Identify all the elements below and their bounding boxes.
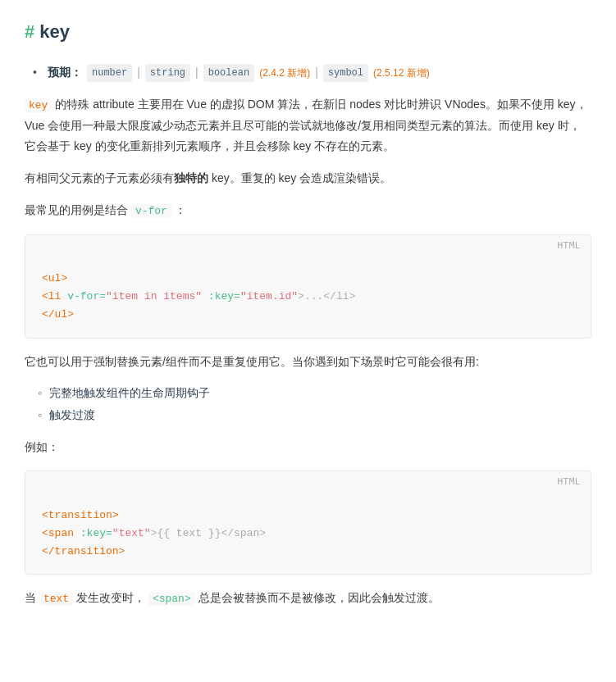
tag-ul-close: </ul> bbox=[42, 308, 74, 321]
code-line-3: </ul> bbox=[42, 306, 574, 324]
attr-vfor-val: "item in items" bbox=[106, 290, 202, 302]
example-label-text: 例如： bbox=[25, 440, 59, 453]
tag-transition-open: <transition> bbox=[42, 509, 119, 521]
type-badge-symbol: symbol bbox=[323, 64, 368, 82]
list-item-2-text: 触发过渡 bbox=[49, 408, 95, 421]
attr-key: :key= bbox=[202, 290, 240, 302]
description-2: 有相同父元素的子元素必须有独特的 key。重复的 key 会造成渲染错误。 bbox=[25, 168, 591, 189]
code-block-2-wrapper: HTML <transition> <span :key="text">{{ t… bbox=[25, 471, 591, 575]
bottom-description: 当 text 发生改变时， <span> 总是会被替换而不是被修改，因此会触发过… bbox=[25, 588, 591, 608]
description-4: 它也可以用于强制替换元素/组件而不是重复使用它。当你遇到如下场景时它可能会很有用… bbox=[25, 352, 591, 372]
attr-key-val: "item.id" bbox=[240, 290, 298, 302]
code-block-2-header: HTML bbox=[25, 471, 591, 493]
expects-item: 预期： number | string | boolean (2.4.2 新增)… bbox=[33, 63, 591, 83]
type-badge-number: number bbox=[87, 64, 132, 82]
separator-3: | bbox=[315, 63, 318, 83]
expects-section: 预期： number | string | boolean (2.4.2 新增)… bbox=[25, 63, 591, 608]
bold-unique: 独特的 bbox=[174, 171, 208, 184]
separator-2: | bbox=[195, 63, 198, 83]
description-1: key 的特殊 attribute 主要用在 Vue 的虚拟 DOM 算法，在新… bbox=[25, 94, 591, 157]
attr-vfor: v-for= bbox=[67, 290, 106, 302]
description-3: 最常见的用例是结合 v-for ： bbox=[25, 200, 591, 221]
bottom-span-code: <span> bbox=[148, 592, 195, 606]
desc3-text: 最常见的用例是结合 bbox=[25, 203, 128, 216]
li-content: >...</li> bbox=[298, 290, 355, 302]
attr-key2: :key= bbox=[80, 527, 112, 539]
new-badge-symbol: (2.5.12 新增) bbox=[373, 65, 430, 81]
page-title: # key bbox=[25, 16, 591, 47]
bottom-text-code: text bbox=[39, 592, 73, 606]
expects-list: 预期： number | string | boolean (2.4.2 新增)… bbox=[25, 63, 591, 83]
hash-symbol: # bbox=[25, 16, 34, 47]
code-block-1-wrapper: HTML <ul> <li v-for="item in items" :key… bbox=[25, 234, 591, 339]
tag-transition-close: </transition> bbox=[42, 545, 125, 557]
list-item-1-text: 完整地触发组件的生命周期钩子 bbox=[49, 386, 210, 399]
tag-span-open: <span bbox=[42, 527, 80, 539]
bullet-list: 完整地触发组件的生命周期钩子 触发过渡 bbox=[25, 384, 591, 426]
tag-li-open: <li bbox=[42, 290, 67, 302]
code-line-2: <li v-for="item in items" :key="item.id"… bbox=[42, 288, 574, 306]
code-block-1: <ul> <li v-for="item in items" :key="ite… bbox=[25, 257, 591, 337]
vfor-code: v-for bbox=[131, 204, 171, 218]
type-badge-boolean: boolean bbox=[203, 64, 254, 82]
expects-label: 预期： bbox=[48, 63, 82, 83]
desc4-text: 它也可以用于强制替换元素/组件而不是重复使用它。当你遇到如下场景时它可能会很有用… bbox=[25, 355, 479, 368]
description-1-text: 的特殊 attribute 主要用在 Vue 的虚拟 DOM 算法，在新旧 no… bbox=[25, 98, 587, 152]
code-lang-2: HTML bbox=[558, 475, 582, 490]
code-block-2: <transition> <span :key="text">{{ text }… bbox=[25, 493, 591, 574]
code2-line-2: <span :key="text">{{ text }}</span> bbox=[42, 525, 574, 543]
code2-line-3: </transition> bbox=[42, 543, 574, 561]
tag-ul-open: <ul> bbox=[42, 272, 67, 284]
key-inline-code-1: key bbox=[25, 98, 52, 112]
code-lang-1: HTML bbox=[558, 239, 582, 254]
bottom-suffix: 总是会被替换而不是被修改，因此会触发过渡。 bbox=[198, 591, 440, 604]
bottom-middle: 发生改变时， bbox=[76, 591, 145, 604]
code2-line-1: <transition> bbox=[42, 507, 574, 525]
list-item-2: 触发过渡 bbox=[38, 406, 591, 425]
code-block-1-header: HTML bbox=[25, 235, 591, 257]
type-badge-string: string bbox=[145, 64, 190, 82]
new-badge-boolean: (2.4.2 新增) bbox=[259, 65, 310, 81]
colon-text: ： bbox=[175, 203, 186, 216]
separator-1: | bbox=[137, 63, 140, 83]
title-label: key bbox=[39, 16, 70, 47]
attr-key2-val: "text" bbox=[112, 527, 151, 539]
code-line-1: <ul> bbox=[42, 270, 574, 288]
bottom-prefix: 当 bbox=[25, 591, 36, 604]
list-item-1: 完整地触发组件的生命周期钩子 bbox=[38, 384, 591, 403]
span-content: >{{ text }}</span> bbox=[151, 527, 266, 539]
example-label: 例如： bbox=[25, 437, 591, 457]
